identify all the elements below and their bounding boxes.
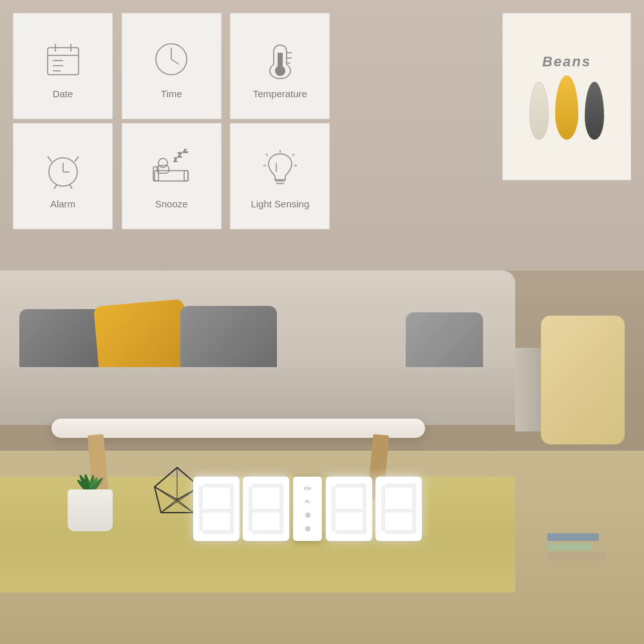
book-1 bbox=[547, 533, 599, 541]
clock-body: PM AL bbox=[193, 477, 422, 541]
segment-tr-4 bbox=[412, 486, 416, 509]
segment-top-1 bbox=[203, 484, 234, 488]
segment-mid-1 bbox=[203, 509, 234, 513]
segment-bl-4 bbox=[381, 509, 385, 531]
segment-mid-3 bbox=[336, 509, 366, 513]
feature-label-light-sensing: Light Sensing bbox=[251, 198, 309, 209]
svg-rect-22 bbox=[155, 171, 188, 181]
svg-rect-0 bbox=[48, 48, 79, 75]
wall-artwork: Beans bbox=[502, 13, 631, 180]
feature-label-date: Date bbox=[53, 88, 73, 99]
svg-line-18 bbox=[48, 156, 52, 162]
feature-label-alarm: Alarm bbox=[50, 198, 75, 209]
feature-card-temperature: Temperature bbox=[230, 13, 330, 119]
alarm-icon bbox=[41, 147, 86, 192]
svg-line-9 bbox=[171, 59, 179, 64]
svg-line-21 bbox=[70, 185, 72, 189]
book-2 bbox=[547, 543, 592, 551]
segment-top-3 bbox=[336, 484, 366, 488]
clock-digit-1 bbox=[193, 477, 240, 541]
segment-tr-3 bbox=[363, 486, 366, 509]
segment-tl-3 bbox=[332, 486, 336, 509]
clock-svg bbox=[151, 39, 192, 80]
segment-br-3 bbox=[363, 509, 366, 531]
clock-hours bbox=[193, 477, 289, 541]
segment-bot-1 bbox=[203, 530, 234, 534]
svg-point-13 bbox=[275, 66, 285, 76]
feature-label-temperature: Temperature bbox=[253, 88, 307, 99]
feather-yellow bbox=[555, 75, 578, 140]
svg-line-33 bbox=[292, 154, 294, 156]
floor-books bbox=[547, 533, 605, 560]
calendar-icon bbox=[41, 37, 86, 82]
segment-bl-2 bbox=[249, 509, 252, 531]
feature-card-time: Time bbox=[122, 13, 222, 119]
svg-rect-26 bbox=[184, 171, 188, 181]
clock-digit-3 bbox=[326, 477, 372, 541]
feature-grid: Date Time Temperature bbox=[13, 13, 335, 229]
plant-leaves bbox=[64, 441, 116, 493]
lightbulb-icon bbox=[258, 147, 303, 192]
sofa-seat bbox=[0, 367, 528, 425]
svg-text:z: z bbox=[174, 156, 177, 163]
segment-tl-1 bbox=[199, 486, 203, 509]
feature-card-snooze: z z z Snooze bbox=[122, 123, 222, 229]
calendar-svg bbox=[43, 39, 84, 80]
lightbulb-svg bbox=[260, 149, 301, 190]
segment-tl-2 bbox=[249, 486, 252, 509]
clock-control-panel: PM AL bbox=[293, 477, 322, 541]
table-top bbox=[52, 419, 425, 438]
panel-text-pm: PM bbox=[304, 486, 311, 491]
segment-br-1 bbox=[230, 509, 234, 531]
clock-digit-2 bbox=[243, 477, 289, 541]
feather-white bbox=[529, 82, 549, 140]
segment-tr-1 bbox=[230, 486, 234, 509]
svg-text:z: z bbox=[178, 149, 182, 159]
panel-dot-1 bbox=[305, 513, 310, 518]
svg-text:z: z bbox=[183, 149, 188, 155]
segment-bot-3 bbox=[336, 530, 366, 534]
feather-dark bbox=[585, 82, 604, 140]
feathers-decoration bbox=[529, 75, 604, 140]
svg-line-35 bbox=[266, 154, 268, 156]
segment-tl-4 bbox=[381, 486, 385, 509]
feature-card-light-sensing: Light Sensing bbox=[230, 123, 330, 229]
segment-br-4 bbox=[412, 509, 416, 531]
feature-card-alarm: Alarm bbox=[13, 123, 113, 229]
clock-minutes bbox=[326, 477, 422, 541]
panel-dot-2 bbox=[305, 526, 310, 531]
feature-label-snooze: Snooze bbox=[155, 198, 188, 209]
segment-top-2 bbox=[252, 484, 283, 488]
segment-tr-2 bbox=[279, 486, 283, 509]
thermometer-icon bbox=[258, 37, 303, 82]
segment-top-4 bbox=[385, 484, 416, 488]
segment-mid-2 bbox=[252, 509, 283, 513]
svg-line-19 bbox=[75, 156, 79, 162]
segment-bl-1 bbox=[199, 509, 203, 531]
wall-art-text: Beans bbox=[542, 53, 591, 70]
svg-rect-25 bbox=[153, 167, 158, 181]
thermometer-svg bbox=[260, 39, 301, 80]
panel-text-al: AL bbox=[305, 499, 310, 504]
svg-rect-14 bbox=[278, 53, 283, 67]
snooze-svg: z z z bbox=[151, 149, 192, 190]
led-clock: PM AL bbox=[193, 477, 422, 541]
svg-point-24 bbox=[158, 158, 167, 167]
segment-mid-4 bbox=[385, 509, 416, 513]
clock-digit-4 bbox=[375, 477, 422, 541]
segment-bot-2 bbox=[252, 530, 283, 534]
book-3 bbox=[547, 553, 605, 560]
feature-card-date: Date bbox=[13, 13, 113, 119]
segment-bl-3 bbox=[332, 509, 336, 531]
alarm-svg bbox=[43, 149, 84, 190]
feature-label-time: Time bbox=[161, 88, 182, 99]
svg-line-20 bbox=[54, 185, 57, 189]
plant-pot bbox=[68, 489, 113, 531]
segment-bot-4 bbox=[385, 530, 416, 534]
snooze-icon: z z z bbox=[149, 147, 194, 192]
clock-icon bbox=[149, 37, 194, 82]
plant bbox=[64, 441, 116, 531]
segment-br-2 bbox=[279, 509, 283, 531]
right-cushion bbox=[541, 316, 625, 444]
